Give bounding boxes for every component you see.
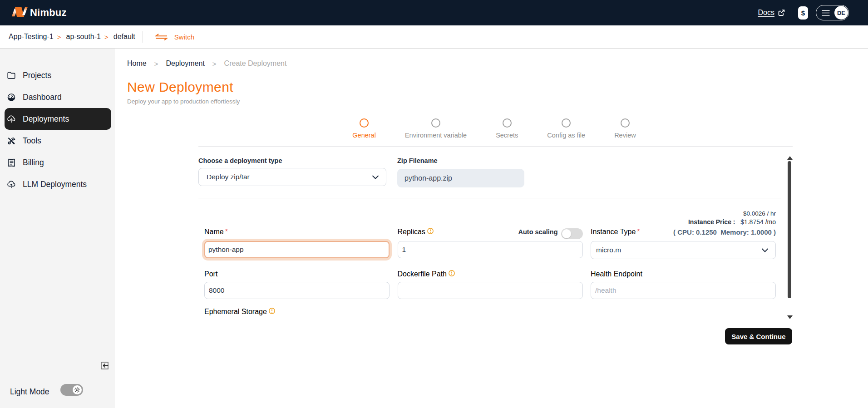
breadcrumb-deployment[interactable]: Deployment [166, 59, 204, 68]
info-icon[interactable] [269, 308, 275, 314]
step-circle [431, 118, 440, 128]
cpu-memory-info: ( CPU: 0.1250 Memory: 1.0000 ) [673, 228, 776, 236]
auto-scaling-label: Auto scaling [518, 228, 557, 236]
external-link-icon [778, 9, 785, 16]
dockerfile-path-input[interactable] [398, 282, 583, 299]
sidebar-item-llm-deployments[interactable]: LLM Deployments [5, 173, 111, 195]
step-config-as-file[interactable]: Config as file [547, 118, 585, 139]
environment-bar: App-Testing-1 > ap-south-1 > default Swi… [0, 25, 868, 49]
page-title: New Deployment [127, 79, 868, 95]
step-circle [562, 118, 571, 128]
brand[interactable]: Nimbuz [11, 7, 67, 19]
chevron-down-icon [761, 248, 769, 252]
name-label: Name* [204, 228, 228, 236]
brand-name: Nimbuz [30, 7, 67, 19]
replicas-input[interactable] [398, 241, 583, 258]
sidebar-item-deployments[interactable]: Deployments [5, 108, 111, 130]
env-namespace[interactable]: default [113, 33, 135, 41]
gauge-icon [7, 93, 15, 102]
info-icon[interactable] [427, 228, 434, 234]
auto-scaling-toggle[interactable] [561, 228, 583, 239]
instance-price-block: $0.0026 / hr Instance Price : $1.8754 /m… [204, 210, 776, 226]
topbar-divider [791, 8, 791, 18]
instance-type-select[interactable]: micro.m [591, 241, 776, 259]
breadcrumb-separator: > [154, 60, 158, 68]
info-icon[interactable] [449, 270, 455, 276]
tools-icon [7, 137, 15, 145]
sidebar-item-tools[interactable]: Tools [5, 130, 111, 152]
sidebar-item-billing[interactable]: Billing [5, 152, 111, 173]
stepper: General Environment variable Secrets Con… [197, 118, 791, 139]
save-continue-button[interactable]: Save & Continue [725, 328, 792, 344]
env-project[interactable]: App-Testing-1 [9, 33, 54, 41]
nimbuz-logo-icon [11, 7, 28, 17]
profile-menu[interactable]: DE [816, 5, 849, 20]
instance-price-value [737, 218, 740, 226]
sidebar-item-label: LLM Deployments [23, 180, 87, 189]
step-environment-variable[interactable]: Environment variable [405, 118, 467, 139]
billing-dollar-button[interactable]: $ [798, 6, 808, 20]
main-content: Home > Deployment > Create Deployment Ne… [115, 49, 868, 408]
deployment-form-card: Choose a deployment type Deploy zip/tar … [198, 146, 793, 353]
switch-environment-button[interactable]: Switch [155, 33, 194, 41]
replicas-label: Replicas [398, 228, 434, 236]
step-circle [503, 118, 512, 128]
deployment-type-label: Choose a deployment type [198, 157, 386, 164]
health-endpoint-input[interactable] [591, 282, 776, 299]
auto-scaling-knob [562, 229, 571, 238]
breadcrumb-current: Create Deployment [224, 59, 287, 68]
hourly-price: $0.0026 / hr [204, 210, 776, 218]
deployment-type-select[interactable]: Deploy zip/tar [198, 168, 386, 186]
hamburger-menu-icon [822, 10, 830, 16]
zip-filename-input[interactable] [397, 169, 524, 187]
switch-arrows-icon [155, 34, 168, 40]
cloud-upload-icon [7, 180, 15, 189]
scrollbar-up-arrow[interactable] [787, 156, 793, 160]
env-region[interactable]: ap-south-1 [66, 33, 101, 41]
receipt-icon [7, 158, 15, 167]
step-secrets[interactable]: Secrets [496, 118, 518, 139]
dockerfile-path-label: Dockerfile Path [398, 270, 455, 278]
form-divider [198, 198, 781, 198]
sidebar-item-label: Tools [23, 136, 41, 146]
light-mode-toggle[interactable] [60, 384, 83, 396]
avatar[interactable]: DE [834, 6, 848, 20]
breadcrumb-home[interactable]: Home [127, 59, 147, 68]
docs-link[interactable]: Docs [758, 9, 785, 17]
sidebar-item-label: Deployments [23, 114, 69, 124]
name-input[interactable]: python-app [204, 241, 390, 258]
step-general[interactable]: General [352, 118, 376, 139]
cloud-upload-icon [7, 115, 15, 123]
env-divider [143, 31, 143, 43]
port-label: Port [204, 270, 217, 278]
breadcrumb: Home > Deployment > Create Deployment [127, 59, 868, 68]
step-circle [360, 118, 369, 128]
instance-type-label: Instance Type* [591, 228, 640, 236]
sidebar: Projects Dashboard [0, 49, 115, 408]
text-caret [244, 245, 245, 253]
sidebar-item-dashboard[interactable]: Dashboard [5, 86, 111, 108]
page-subtitle: Deploy your app to production effortless… [127, 98, 868, 105]
scrollbar-thumb[interactable] [788, 161, 791, 298]
sidebar-item-projects[interactable]: Projects [5, 64, 111, 86]
docs-label: Docs [758, 9, 774, 17]
top-bar: Nimbuz Docs $ DE [0, 0, 868, 25]
zip-filename-label: Zip Filename [397, 157, 524, 164]
health-endpoint-label: Health Endpoint [591, 270, 642, 278]
scrollbar-down-arrow[interactable] [787, 315, 793, 319]
light-mode-toggle-knob [73, 385, 82, 394]
step-review[interactable]: Review [614, 118, 636, 139]
sidebar-collapse-button[interactable] [101, 362, 108, 369]
env-separator: > [104, 33, 108, 41]
auto-scaling-control: Auto scaling [518, 226, 582, 237]
env-separator: > [57, 33, 61, 41]
breadcrumb-separator: > [212, 60, 217, 68]
sidebar-item-label: Dashboard [23, 93, 62, 102]
sun-icon [74, 387, 80, 393]
sidebar-item-label: Projects [23, 71, 51, 80]
port-input[interactable] [204, 282, 390, 299]
sidebar-item-label: Billing [23, 158, 44, 167]
light-mode-row: Light Mode [10, 384, 83, 396]
instance-price-label: Instance Price : [688, 218, 735, 226]
folder-icon [7, 71, 15, 80]
